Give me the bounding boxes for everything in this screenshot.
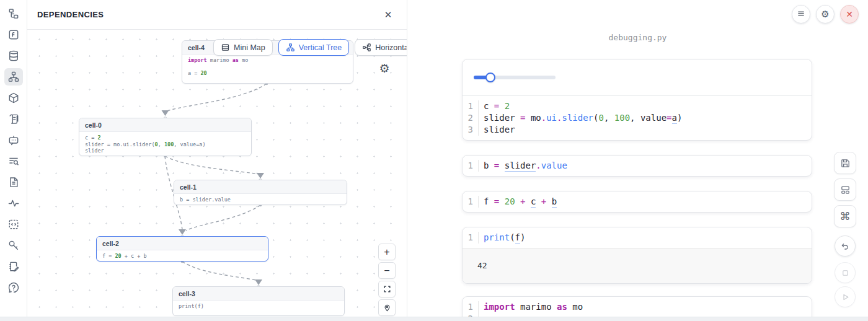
documentation-icon[interactable] [4, 174, 23, 191]
close-panel-button[interactable]: ✕ [381, 7, 396, 22]
notebook-menu-button[interactable] [792, 5, 810, 24]
undo-button[interactable] [835, 235, 856, 257]
chat-icon[interactable] [4, 131, 23, 149]
line-number: 1 [463, 301, 478, 313]
code-line[interactable]: import marimo as mo [478, 301, 812, 313]
save-button[interactable] [834, 152, 856, 174]
zoom-out-button[interactable]: − [378, 262, 396, 279]
code-line[interactable]: f = 20 + c + b [478, 196, 812, 208]
graph-zoom-controls: + − [378, 244, 396, 316]
graph-node-cell-2[interactable]: cell-2 f = 20 + c + b [96, 236, 268, 262]
locate-pin-button[interactable] [378, 299, 396, 316]
scratchpad-search-icon[interactable] [4, 152, 23, 170]
vertical-tree-label: Vertical Tree [299, 43, 342, 52]
cell-output-area [463, 59, 812, 96]
graph-code-line: c = 2 [85, 134, 246, 141]
vertical-tree-icon [286, 43, 295, 52]
code-editor[interactable]: 1print(f) [463, 227, 812, 248]
command-icon: ⌘ [840, 210, 851, 223]
fit-view-icon [383, 285, 391, 293]
helper-panel-rail [0, 0, 27, 321]
notebook-filename: debugging.py [407, 33, 868, 42]
stop-icon [841, 268, 850, 278]
shutdown-button[interactable]: ✕ [840, 5, 859, 24]
dependency-graph-canvas[interactable]: Mini Map Vertical Tree Horizontal Tree ⚙… [27, 30, 407, 321]
tracing-icon[interactable] [4, 195, 23, 212]
graph-code-line: f = 20 + c + b [102, 253, 262, 260]
vertical-tree-button[interactable]: Vertical Tree [278, 39, 349, 56]
line-number: 1 [463, 100, 478, 112]
notebook-edit-icon[interactable] [4, 258, 23, 275]
snippets-icon[interactable] [4, 216, 23, 233]
dependencies-panel: DEPENDENCIES ✕ [27, 0, 407, 321]
code-line[interactable]: b = slider.value [478, 160, 812, 172]
notebook-panel: debugging.py 1c = 2 2slider = mo.ui.slid… [407, 0, 868, 321]
play-icon [841, 292, 850, 302]
notebook-cell-print: 1print(f) 42 [462, 227, 812, 284]
cell-console-output: 42 [463, 248, 812, 283]
map-pin-icon [383, 304, 391, 312]
code-line[interactable]: slider = mo.ui.slider(0, 100, value=a) [478, 112, 812, 124]
database-icon[interactable] [4, 47, 23, 64]
graph-node-cell-0[interactable]: cell-0 c = 2 slider = mo.ui.slider(0, 10… [79, 118, 252, 156]
hamburger-menu-icon [797, 9, 805, 20]
zoom-out-icon: − [384, 265, 389, 276]
mini-map-label: Mini Map [234, 43, 265, 52]
graph-code-line: import marimo as mo [188, 57, 347, 64]
graph-code-line: slider [85, 147, 246, 154]
file-tree-icon[interactable] [4, 5, 23, 22]
variables-icon[interactable] [4, 26, 23, 43]
notebook-cell-slider: 1c = 2 2slider = mo.ui.slider(0, 100, va… [462, 59, 812, 141]
slider-handle[interactable] [485, 73, 495, 82]
horizontal-scrollbar[interactable] [0, 317, 868, 321]
line-number: 1 [463, 196, 478, 208]
gear-icon: ⚙ [821, 9, 829, 20]
notebook-cells: 1c = 2 2slider = mo.ui.slider(0, 100, va… [462, 44, 812, 321]
horizontal-tree-label: Horizontal Tree [375, 43, 407, 52]
code-editor[interactable]: 1c = 2 2slider = mo.ui.slider(0, 100, va… [463, 96, 812, 140]
code-editor[interactable]: 1b = slider.value [463, 156, 812, 176]
graph-code-line: b = slider.value [180, 196, 341, 203]
mini-map-icon [221, 43, 230, 52]
graph-code-line: slider = mo.ui.slider(0, 100, value=a) [85, 141, 246, 148]
zoom-in-button[interactable]: + [378, 244, 396, 260]
code-line[interactable]: c = 2 [478, 100, 812, 112]
horizontal-tree-icon [362, 43, 371, 52]
code-editor[interactable]: 1f = 20 + c + b [463, 191, 812, 212]
graph-settings-gear-icon[interactable]: ⚙ [376, 60, 392, 76]
code-line[interactable]: print(f) [478, 232, 812, 244]
close-icon: ✕ [846, 9, 853, 19]
graph-node-cell-3[interactable]: cell-3 print(f) [172, 286, 345, 316]
marimo-app: DEPENDENCIES ✕ [0, 0, 868, 321]
undo-icon [840, 241, 850, 251]
notebook-settings-button[interactable]: ⚙ [816, 5, 835, 24]
notebook-cell-b: 1b = slider.value [462, 155, 812, 177]
dependency-graph-icon[interactable] [4, 68, 23, 86]
slider-widget[interactable] [474, 73, 556, 82]
help-icon[interactable] [4, 279, 23, 296]
mini-map-button[interactable]: Mini Map [213, 39, 273, 56]
layout-panels-icon [840, 185, 851, 195]
layout-button[interactable] [834, 178, 856, 201]
graph-view-toolbar: Mini Map Vertical Tree Horizontal Tree [213, 39, 407, 56]
logs-icon[interactable] [4, 110, 23, 128]
packages-icon[interactable] [4, 89, 23, 107]
secrets-icon[interactable] [4, 237, 23, 254]
graph-code-line [188, 64, 347, 71]
line-number: 3 [463, 124, 478, 136]
graph-node-title: cell-2 [97, 237, 268, 250]
graph-node-title: cell-1 [174, 180, 347, 194]
stop-button[interactable] [835, 262, 856, 283]
line-number: 1 [463, 160, 478, 172]
code-line[interactable]: slider [478, 124, 812, 136]
line-number: 2 [463, 112, 478, 124]
dependencies-header: DEPENDENCIES ✕ [27, 0, 407, 30]
save-icon [840, 158, 851, 169]
notebook-cell-f: 1f = 20 + c + b [462, 191, 812, 213]
run-button[interactable] [835, 286, 856, 307]
graph-node-cell-1[interactable]: cell-1 b = slider.value [174, 180, 347, 205]
keyboard-shortcuts-button[interactable]: ⌘ [834, 205, 856, 227]
zoom-in-icon: + [384, 247, 389, 258]
fit-view-button[interactable] [378, 281, 396, 297]
horizontal-tree-button[interactable]: Horizontal Tree [355, 39, 407, 56]
